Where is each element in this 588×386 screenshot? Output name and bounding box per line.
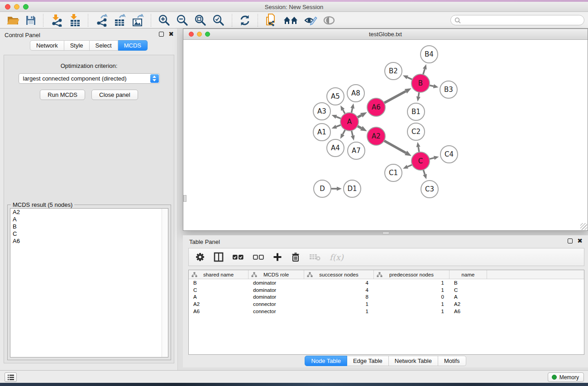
mcds-result-item[interactable]: B (10, 223, 168, 230)
select-all-columns-button[interactable] (232, 254, 244, 260)
mcds-result-item[interactable]: A6 (10, 238, 168, 245)
table-cell[interactable]: A2 (449, 301, 487, 307)
table-options-button[interactable] (195, 252, 205, 262)
network-graph[interactable]: B4B2BB3A8A5A6A3B1AC2A1A2A4A7C4CC1C3DD1 (184, 40, 588, 230)
function-builder-button[interactable]: f(x) (330, 253, 344, 262)
search-input[interactable] (461, 17, 580, 24)
table-cell[interactable]: 8 (304, 294, 374, 300)
mcds-result-item[interactable]: C (10, 230, 168, 238)
column-header-MCDS-role[interactable]: MCDS role (249, 270, 304, 279)
table-cell[interactable]: connector (249, 309, 304, 314)
column-header-successor-nodes[interactable]: successor nodes (304, 270, 374, 279)
table-row[interactable]: Cdominator41C (189, 286, 584, 294)
first-neighbors-button[interactable] (280, 14, 301, 27)
open-session-button[interactable] (4, 14, 23, 27)
run-mcds-button[interactable]: Run MCDS (40, 90, 85, 100)
deselect-all-columns-button[interactable] (253, 254, 264, 260)
tab-node-table[interactable]: Node Table (305, 356, 347, 366)
table-cell[interactable]: 1 (304, 309, 374, 314)
table-cell[interactable]: C (189, 287, 249, 293)
table-cell[interactable]: 4 (304, 280, 374, 286)
table-cell[interactable]: connector (249, 301, 304, 307)
tab-network[interactable]: Network (30, 40, 64, 51)
table-cell[interactable]: A (449, 294, 487, 300)
column-header-name[interactable]: name (449, 270, 487, 279)
export-network-button[interactable] (92, 13, 110, 28)
table-cell[interactable]: dominator (249, 287, 304, 293)
graph-node-label: C4 (445, 150, 454, 158)
network-window-titlebar[interactable]: testGlobe.txt (183, 29, 588, 40)
search-field[interactable] (450, 15, 584, 25)
delete-columns-button[interactable] (291, 252, 301, 262)
table-cell[interactable]: 1 (374, 280, 449, 286)
table-cell[interactable]: A2 (189, 301, 249, 307)
add-column-button[interactable] (273, 253, 282, 262)
zoom-fit-content-button[interactable] (191, 13, 210, 28)
table-row[interactable]: Adominator80A (189, 294, 584, 301)
close-panel-button[interactable]: Close panel (91, 90, 138, 100)
new-network-from-selection-button[interactable] (262, 13, 280, 28)
tab-network-table[interactable]: Network Table (389, 356, 438, 366)
tab-edge-table[interactable]: Edge Table (347, 356, 389, 366)
export-table-button[interactable] (110, 13, 129, 28)
close-panel-icon[interactable]: ✖ (168, 32, 174, 37)
table-cell[interactable]: 1 (374, 287, 449, 293)
mcds-result-item[interactable]: A2 (10, 209, 168, 216)
export-image-button[interactable] (129, 13, 147, 28)
tab-motifs[interactable]: Motifs (438, 356, 466, 366)
table-cell[interactable]: B (189, 280, 249, 286)
table-cell[interactable]: 4 (304, 287, 374, 293)
float-panel-icon[interactable] (159, 32, 164, 37)
checked-boxes-icon (232, 254, 244, 260)
memory-label: Memory (559, 374, 579, 381)
main-toolbar (0, 12, 588, 29)
table-cell[interactable]: dominator (249, 280, 304, 286)
column-header-predecessor-nodes[interactable]: predecessor nodes (374, 270, 449, 279)
graph-edge-B-B4[interactable] (423, 69, 425, 75)
network-canvas[interactable]: B4B2BB3A8A5A6A3B1AC2A1A2A4A7C4CC1C3DD1 (184, 40, 587, 230)
table-cell[interactable]: dominator (249, 294, 304, 300)
toggle-panes-button[interactable] (214, 252, 224, 262)
zoom-selected-button[interactable] (210, 13, 228, 28)
delete-table-button[interactable] (309, 253, 321, 261)
graph-edge-A2-C[interactable] (384, 140, 406, 153)
import-network-button[interactable] (48, 13, 66, 28)
table-cell[interactable]: A (189, 294, 249, 300)
close-panel-icon[interactable]: ✖ (577, 238, 583, 243)
table-cell[interactable]: A6 (189, 309, 249, 314)
mcds-result-item[interactable]: A (10, 216, 168, 223)
memory-button[interactable]: Memory (548, 372, 584, 382)
tab-mcds[interactable]: MCDS (118, 40, 148, 51)
import-table-button[interactable] (66, 13, 84, 28)
column-header-shared-name[interactable]: shared name (189, 270, 249, 279)
zoom-in-button[interactable] (155, 13, 173, 28)
eye-icon (323, 15, 335, 26)
criterion-dropdown[interactable]: largest connected component (directed) (19, 73, 160, 84)
splitter-handle-vertical[interactable] (183, 195, 186, 202)
list-icon (7, 374, 14, 381)
zoom-out-button[interactable] (173, 13, 191, 28)
save-session-button[interactable] (23, 14, 39, 27)
show-graphics-details-button[interactable] (301, 14, 320, 27)
table-cell[interactable]: A6 (449, 309, 487, 314)
task-history-button[interactable] (5, 372, 17, 382)
splitter-handle-horizontal[interactable] (382, 232, 389, 234)
table-cell[interactable]: C (449, 287, 487, 293)
window-resize-grip[interactable] (580, 223, 587, 230)
table-row[interactable]: A6connector11A6 (189, 308, 584, 315)
table-cell[interactable]: 1 (374, 309, 449, 314)
tab-style[interactable]: Style (64, 40, 90, 51)
table-row[interactable]: Bdominator41B (189, 279, 584, 286)
table-cell[interactable]: B (449, 280, 487, 286)
graph-edge-A6-B[interactable] (384, 91, 406, 103)
table-row[interactable]: A2connector11A2 (189, 300, 584, 308)
scrollbar-track[interactable] (162, 209, 168, 357)
table-cell[interactable]: 0 (374, 294, 449, 300)
toggle-visibility-button[interactable] (320, 14, 338, 27)
table-cell[interactable]: 1 (304, 301, 374, 307)
refresh-layout-button[interactable] (236, 14, 253, 27)
mcds-result-list[interactable]: A2ABCA6 (10, 208, 168, 357)
table-cell[interactable]: 1 (374, 301, 449, 307)
tab-select[interactable]: Select (90, 40, 118, 51)
float-panel-icon[interactable] (568, 238, 573, 243)
